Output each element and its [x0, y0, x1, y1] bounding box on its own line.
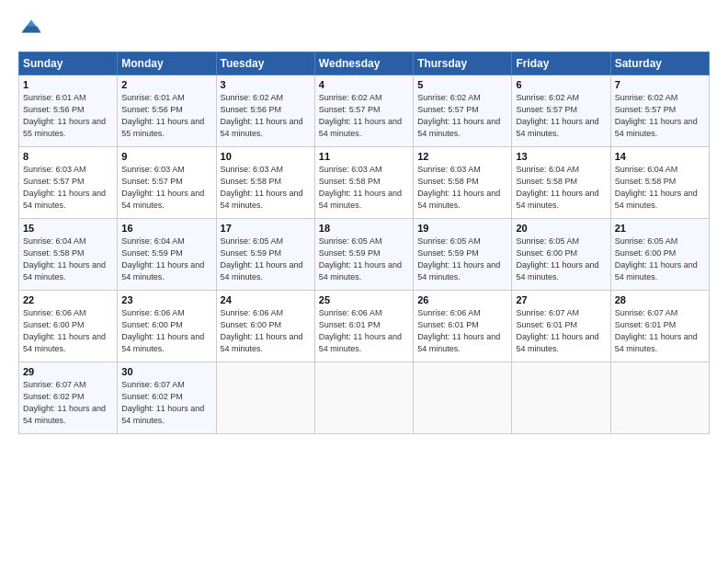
calendar-day-28: 28Sunrise: 6:07 AMSunset: 6:01 PMDayligh…	[610, 291, 709, 362]
day-header-monday: Monday	[118, 52, 216, 75]
day-info: Sunrise: 6:07 AMSunset: 6:01 PMDaylight:…	[615, 308, 698, 353]
calendar-day-10: 10Sunrise: 6:03 AMSunset: 5:58 PMDayligh…	[216, 147, 314, 219]
day-info: Sunrise: 6:05 AMSunset: 5:59 PMDaylight:…	[319, 236, 402, 282]
day-number: 15	[23, 223, 113, 234]
day-header-tuesday: Tuesday	[216, 52, 314, 75]
calendar-day-6: 6Sunrise: 6:02 AMSunset: 5:57 PMDaylight…	[512, 75, 610, 147]
calendar-day-21: 21Sunrise: 6:05 AMSunset: 6:00 PMDayligh…	[610, 219, 709, 291]
day-info: Sunrise: 6:05 AMSunset: 6:00 PMDaylight:…	[516, 236, 598, 282]
day-info: Sunrise: 6:02 AMSunset: 5:57 PMDaylight:…	[516, 93, 598, 138]
day-info: Sunrise: 6:05 AMSunset: 6:00 PMDaylight:…	[615, 236, 698, 282]
calendar-day-8: 8Sunrise: 6:03 AMSunset: 5:57 PMDaylight…	[19, 147, 118, 219]
day-header-sunday: Sunday	[19, 52, 118, 75]
calendar-empty	[414, 362, 512, 434]
day-number: 20	[516, 223, 606, 234]
day-info: Sunrise: 6:06 AMSunset: 6:01 PMDaylight:…	[417, 308, 500, 353]
day-info: Sunrise: 6:02 AMSunset: 5:56 PMDaylight:…	[221, 93, 303, 138]
calendar-day-22: 22Sunrise: 6:06 AMSunset: 6:00 PMDayligh…	[19, 291, 118, 362]
calendar-empty	[314, 362, 413, 434]
day-info: Sunrise: 6:05 AMSunset: 5:59 PMDaylight:…	[221, 236, 303, 282]
calendar-empty	[512, 362, 610, 434]
day-info: Sunrise: 6:06 AMSunset: 6:00 PMDaylight:…	[221, 308, 303, 353]
svg-marker-1	[22, 27, 41, 33]
day-info: Sunrise: 6:01 AMSunset: 5:56 PMDaylight:…	[23, 93, 106, 138]
day-number: 24	[221, 294, 311, 305]
day-info: Sunrise: 6:03 AMSunset: 5:57 PMDaylight:…	[121, 165, 204, 210]
calendar-day-24: 24Sunrise: 6:06 AMSunset: 6:00 PMDayligh…	[216, 291, 314, 362]
day-info: Sunrise: 6:06 AMSunset: 6:01 PMDaylight:…	[319, 308, 402, 353]
calendar-day-4: 4Sunrise: 6:02 AMSunset: 5:57 PMDaylight…	[314, 75, 413, 147]
day-info: Sunrise: 6:04 AMSunset: 5:58 PMDaylight:…	[516, 165, 598, 210]
day-info: Sunrise: 6:04 AMSunset: 5:58 PMDaylight:…	[23, 236, 106, 282]
day-info: Sunrise: 6:05 AMSunset: 5:59 PMDaylight:…	[417, 236, 500, 282]
day-number: 27	[516, 294, 606, 305]
calendar-day-14: 14Sunrise: 6:04 AMSunset: 5:58 PMDayligh…	[610, 147, 709, 219]
day-number: 22	[23, 294, 113, 305]
day-number: 10	[221, 151, 311, 162]
day-info: Sunrise: 6:02 AMSunset: 5:57 PMDaylight:…	[615, 93, 698, 138]
day-header-friday: Friday	[512, 52, 610, 75]
day-info: Sunrise: 6:06 AMSunset: 6:00 PMDaylight:…	[121, 308, 204, 353]
day-info: Sunrise: 6:06 AMSunset: 6:00 PMDaylight:…	[23, 308, 106, 353]
calendar-week-row: 1Sunrise: 6:01 AMSunset: 5:56 PMDaylight…	[19, 75, 710, 147]
calendar-day-3: 3Sunrise: 6:02 AMSunset: 5:56 PMDaylight…	[216, 75, 314, 147]
day-number: 6	[516, 79, 606, 90]
calendar-day-23: 23Sunrise: 6:06 AMSunset: 6:00 PMDayligh…	[118, 291, 216, 362]
calendar-day-13: 13Sunrise: 6:04 AMSunset: 5:58 PMDayligh…	[512, 147, 610, 219]
day-info: Sunrise: 6:07 AMSunset: 6:02 PMDaylight:…	[23, 380, 106, 425]
day-info: Sunrise: 6:02 AMSunset: 5:57 PMDaylight:…	[417, 93, 500, 138]
day-number: 14	[615, 151, 705, 162]
logo	[18, 17, 48, 42]
day-info: Sunrise: 6:03 AMSunset: 5:58 PMDaylight:…	[319, 165, 402, 210]
calendar-day-12: 12Sunrise: 6:03 AMSunset: 5:58 PMDayligh…	[414, 147, 512, 219]
day-number: 12	[417, 151, 507, 162]
calendar-day-25: 25Sunrise: 6:06 AMSunset: 6:01 PMDayligh…	[314, 291, 413, 362]
calendar-day-17: 17Sunrise: 6:05 AMSunset: 5:59 PMDayligh…	[216, 219, 314, 291]
day-number: 5	[417, 79, 507, 90]
calendar-day-30: 30Sunrise: 6:07 AMSunset: 6:02 PMDayligh…	[118, 362, 216, 434]
day-number: 17	[221, 223, 311, 234]
calendar-day-20: 20Sunrise: 6:05 AMSunset: 6:00 PMDayligh…	[512, 219, 610, 291]
day-number: 8	[23, 151, 113, 162]
day-number: 19	[417, 223, 507, 234]
logo-icon	[18, 17, 44, 42]
calendar-week-row: 29Sunrise: 6:07 AMSunset: 6:02 PMDayligh…	[19, 362, 710, 434]
day-number: 4	[319, 79, 409, 90]
calendar-day-19: 19Sunrise: 6:05 AMSunset: 5:59 PMDayligh…	[414, 219, 512, 291]
day-info: Sunrise: 6:04 AMSunset: 5:59 PMDaylight:…	[121, 236, 204, 282]
calendar-header-row: SundayMondayTuesdayWednesdayThursdayFrid…	[19, 52, 710, 75]
day-number: 9	[121, 151, 211, 162]
header	[18, 17, 710, 42]
day-number: 18	[319, 223, 409, 234]
day-number: 1	[23, 79, 113, 90]
day-info: Sunrise: 6:03 AMSunset: 5:57 PMDaylight:…	[23, 165, 106, 210]
day-number: 23	[121, 294, 211, 305]
calendar-day-18: 18Sunrise: 6:05 AMSunset: 5:59 PMDayligh…	[314, 219, 413, 291]
calendar-day-5: 5Sunrise: 6:02 AMSunset: 5:57 PMDaylight…	[414, 75, 512, 147]
day-number: 26	[417, 294, 507, 305]
day-number: 11	[319, 151, 409, 162]
day-number: 29	[23, 366, 113, 377]
calendar-day-16: 16Sunrise: 6:04 AMSunset: 5:59 PMDayligh…	[118, 219, 216, 291]
calendar-week-row: 22Sunrise: 6:06 AMSunset: 6:00 PMDayligh…	[19, 291, 710, 362]
day-number: 2	[121, 79, 211, 90]
calendar-day-26: 26Sunrise: 6:06 AMSunset: 6:01 PMDayligh…	[414, 291, 512, 362]
calendar-table: SundayMondayTuesdayWednesdayThursdayFrid…	[18, 52, 710, 434]
calendar-day-29: 29Sunrise: 6:07 AMSunset: 6:02 PMDayligh…	[19, 362, 118, 434]
calendar-day-11: 11Sunrise: 6:03 AMSunset: 5:58 PMDayligh…	[314, 147, 413, 219]
day-info: Sunrise: 6:04 AMSunset: 5:58 PMDaylight:…	[615, 165, 698, 210]
day-number: 7	[615, 79, 705, 90]
calendar-day-1: 1Sunrise: 6:01 AMSunset: 5:56 PMDaylight…	[19, 75, 118, 147]
day-info: Sunrise: 6:07 AMSunset: 6:02 PMDaylight:…	[121, 380, 204, 425]
day-number: 21	[615, 223, 705, 234]
day-header-wednesday: Wednesday	[314, 52, 413, 75]
day-info: Sunrise: 6:01 AMSunset: 5:56 PMDaylight:…	[121, 93, 204, 138]
calendar-day-7: 7Sunrise: 6:02 AMSunset: 5:57 PMDaylight…	[610, 75, 709, 147]
calendar-day-27: 27Sunrise: 6:07 AMSunset: 6:01 PMDayligh…	[512, 291, 610, 362]
calendar-day-2: 2Sunrise: 6:01 AMSunset: 5:56 PMDaylight…	[118, 75, 216, 147]
day-number: 28	[615, 294, 705, 305]
day-header-saturday: Saturday	[610, 52, 709, 75]
calendar-day-9: 9Sunrise: 6:03 AMSunset: 5:57 PMDaylight…	[118, 147, 216, 219]
calendar-empty	[610, 362, 709, 434]
day-info: Sunrise: 6:02 AMSunset: 5:57 PMDaylight:…	[319, 93, 402, 138]
